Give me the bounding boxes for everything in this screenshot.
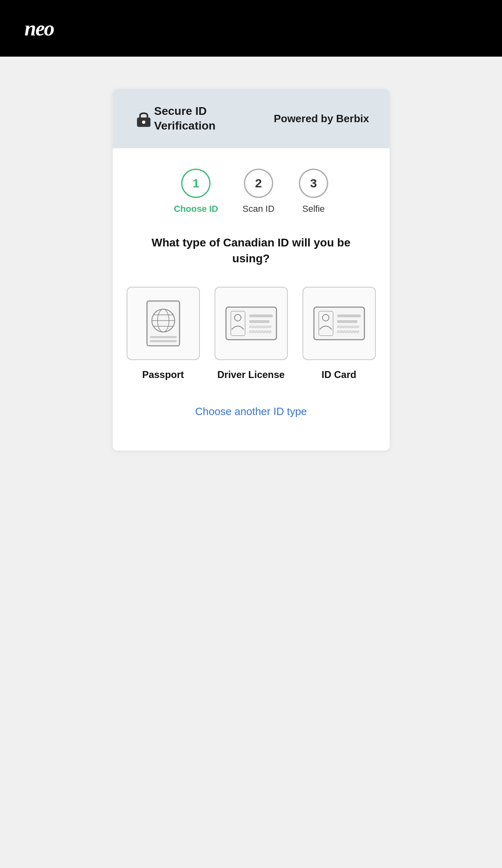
step-1: 1 Choose ID (174, 169, 218, 214)
secure-banner: Secure ID Verification Powered by Berbix (113, 89, 390, 148)
svg-rect-15 (249, 326, 271, 328)
id-card-label: ID Card (322, 368, 356, 381)
svg-rect-16 (249, 331, 271, 333)
svg-rect-9 (150, 340, 177, 342)
choose-another-section: Choose another ID type (137, 405, 365, 418)
step-3-circle: 3 (299, 169, 328, 198)
secure-text: Secure ID Verification (154, 104, 216, 134)
step-3-number: 3 (310, 176, 317, 190)
svg-rect-21 (337, 320, 357, 323)
step-3-label: Selfie (303, 204, 325, 214)
svg-rect-10 (226, 307, 276, 340)
svg-rect-8 (150, 336, 177, 338)
driver-license-label: Driver License (217, 368, 285, 381)
svg-rect-20 (337, 314, 361, 317)
svg-rect-23 (337, 331, 359, 333)
step-2-label: Scan ID (243, 204, 274, 214)
svg-rect-13 (249, 314, 273, 317)
steps-row: 1 Choose ID 2 Scan ID 3 Selfie (137, 169, 365, 214)
driver-license-icon-box (215, 287, 288, 360)
passport-label: Passport (142, 368, 184, 381)
main-content: Secure ID Verification Powered by Berbix… (0, 57, 502, 483)
step-2-circle: 2 (244, 169, 273, 198)
step-2: 2 Scan ID (243, 169, 274, 214)
step-1-number: 1 (193, 176, 199, 190)
step-3: 3 Selfie (299, 169, 328, 214)
passport-icon-box (127, 287, 200, 360)
step-1-circle: 1 (181, 169, 210, 198)
svg-point-1 (142, 121, 145, 124)
passport-option[interactable]: Passport (127, 287, 200, 381)
secure-title-line1: Secure ID (154, 104, 216, 119)
id-card-icon-box (303, 287, 376, 360)
question-text: What type of Canadian ID will you be usi… (137, 235, 365, 266)
id-card-option[interactable]: ID Card (303, 287, 376, 381)
step-2-number: 2 (255, 176, 262, 190)
svg-rect-22 (337, 326, 359, 328)
secure-title-line2: Verification (154, 119, 216, 133)
lock-icon (133, 108, 154, 129)
step-1-label: Choose ID (174, 204, 218, 214)
powered-by-text: Powered by Berbix (274, 112, 369, 125)
id-options-row: Passport (137, 287, 365, 381)
driver-license-option[interactable]: Driver License (215, 287, 288, 381)
svg-rect-17 (314, 307, 364, 340)
steps-section: 1 Choose ID 2 Scan ID 3 Selfie (113, 148, 390, 451)
card: Secure ID Verification Powered by Berbix… (113, 89, 390, 450)
header: neo (0, 0, 502, 57)
svg-rect-14 (249, 320, 270, 323)
choose-another-link[interactable]: Choose another ID type (195, 405, 307, 418)
neo-logo: neo (24, 16, 54, 40)
